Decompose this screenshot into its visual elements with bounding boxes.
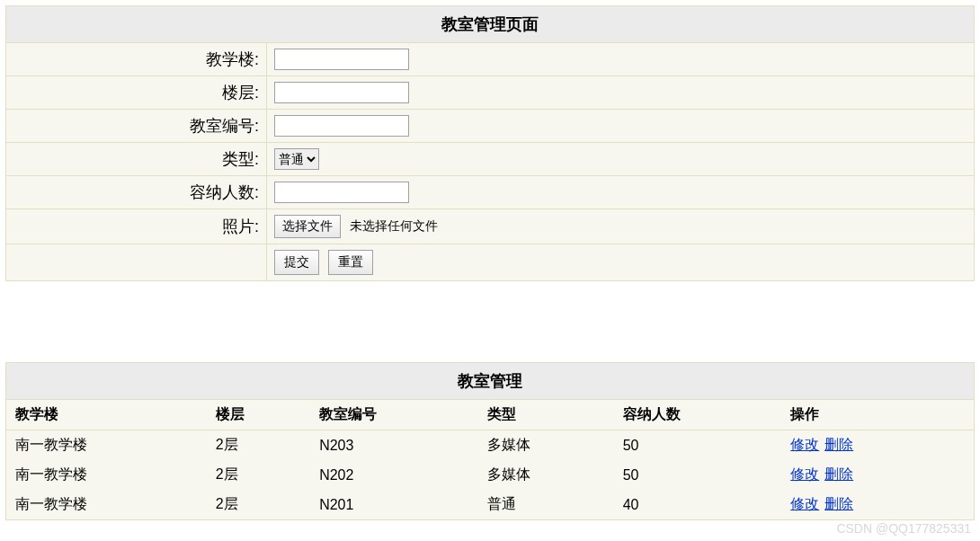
classroom-form-table: 教室管理页面 教学楼: 楼层: 教室编号: 类型: 普通 容纳人数: 照片: 选… <box>5 5 975 281</box>
cell-action: 修改删除 <box>781 430 974 461</box>
cell-building: 南一教学楼 <box>6 460 207 490</box>
edit-link[interactable]: 修改 <box>790 437 819 452</box>
cell-action: 修改删除 <box>781 460 974 490</box>
cell-capacity: 50 <box>614 460 782 490</box>
col-room-no: 教室编号 <box>310 400 478 430</box>
cell-room_no: N201 <box>310 490 478 520</box>
cell-building: 南一教学楼 <box>6 430 207 461</box>
type-select[interactable]: 普通 <box>274 148 319 170</box>
edit-link[interactable]: 修改 <box>790 466 819 482</box>
building-label: 教学楼: <box>6 43 267 76</box>
edit-link[interactable]: 修改 <box>790 496 819 511</box>
choose-file-button[interactable]: 选择文件 <box>274 215 341 238</box>
col-capacity: 容纳人数 <box>614 400 782 430</box>
cell-action: 修改删除 <box>781 490 974 520</box>
delete-link[interactable]: 删除 <box>824 466 853 482</box>
table-row: 南一教学楼2层N201普通40修改删除 <box>6 490 975 520</box>
col-type: 类型 <box>478 400 614 430</box>
cell-capacity: 40 <box>614 490 782 520</box>
floor-input[interactable] <box>274 82 409 103</box>
cell-room_no: N203 <box>310 430 478 461</box>
building-input[interactable] <box>274 49 409 70</box>
no-file-text: 未选择任何文件 <box>350 218 438 233</box>
floor-label: 楼层: <box>6 76 267 110</box>
type-label: 类型: <box>6 143 267 176</box>
cell-type: 多媒体 <box>478 430 614 461</box>
col-building: 教学楼 <box>6 400 207 430</box>
photo-label: 照片: <box>6 209 267 244</box>
reset-button[interactable]: 重置 <box>328 250 373 275</box>
list-title: 教室管理 <box>6 363 975 400</box>
cell-floor: 2层 <box>207 490 310 520</box>
cell-floor: 2层 <box>207 460 310 490</box>
classroom-list-table: 教室管理 教学楼 楼层 教室编号 类型 容纳人数 操作 南一教学楼2层N203多… <box>5 362 975 520</box>
cell-type: 多媒体 <box>478 460 614 490</box>
table-row: 南一教学楼2层N202多媒体50修改删除 <box>6 460 975 490</box>
cell-room_no: N202 <box>310 460 478 490</box>
col-floor: 楼层 <box>207 400 310 430</box>
delete-link[interactable]: 删除 <box>824 496 853 511</box>
cell-type: 普通 <box>478 490 614 520</box>
col-action: 操作 <box>781 400 974 430</box>
room-no-input[interactable] <box>274 115 409 137</box>
capacity-label: 容纳人数: <box>6 176 267 209</box>
form-title: 教室管理页面 <box>6 6 975 43</box>
room-no-label: 教室编号: <box>6 110 267 143</box>
watermark: CSDN @QQ177825331 <box>836 521 971 526</box>
delete-link[interactable]: 删除 <box>824 437 853 452</box>
table-row: 南一教学楼2层N203多媒体50修改删除 <box>6 430 975 461</box>
cell-building: 南一教学楼 <box>6 490 207 520</box>
capacity-input[interactable] <box>274 182 409 203</box>
column-header-row: 教学楼 楼层 教室编号 类型 容纳人数 操作 <box>6 400 975 430</box>
cell-capacity: 50 <box>614 430 782 461</box>
cell-floor: 2层 <box>207 430 310 461</box>
submit-button[interactable]: 提交 <box>274 250 319 275</box>
